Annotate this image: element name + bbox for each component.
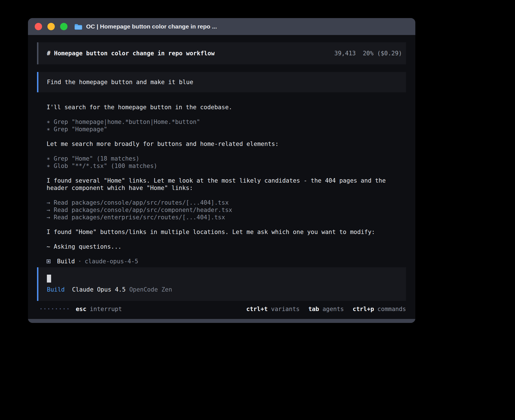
tool-call-line: ∗ Grep "Home" (18 matches)	[47, 155, 406, 162]
session-stats: 39,413 20% ($0.29)	[334, 50, 402, 57]
tool-call-line: ∗ Glob "**/*.tsx" (100 matches)	[47, 162, 406, 170]
shortcut-label: variants	[271, 305, 300, 313]
zoom-button[interactable]	[60, 23, 67, 30]
traffic-lights	[35, 23, 67, 30]
shortcut-agents: tabagents	[308, 305, 344, 313]
text-cursor	[47, 275, 51, 283]
agent-icon	[47, 259, 51, 263]
folder-icon	[74, 23, 82, 30]
esc-key-hint: esc	[76, 305, 86, 313]
tool-call-line: → Read packages/console/app/src/componen…	[47, 206, 406, 214]
minimize-button[interactable]	[47, 23, 55, 30]
agent-status-row: Build · claude-opus-4-5	[37, 258, 406, 265]
provider-name: OpenCode Zen	[129, 286, 172, 293]
window-bottom-edge	[28, 319, 415, 323]
shortcut-key: ctrl+t	[246, 305, 268, 313]
tool-call-block: ∗ Grep "Home" (18 matches)∗ Glob "**/*.t…	[47, 155, 406, 170]
shortcut-key: tab	[308, 305, 319, 313]
token-count: 39,413	[334, 50, 356, 57]
agent-model: claude-opus-4-5	[85, 258, 138, 265]
shortcut-key: ctrl+p	[353, 305, 374, 313]
tool-call-line: ∗ Grep "Homepage"	[47, 126, 406, 133]
session-header: # Homepage button color change in repo w…	[37, 42, 406, 64]
interrupt-label: interrupt	[90, 305, 122, 313]
assistant-text-line: I found several "Home" links. Let me loo…	[47, 177, 406, 192]
assistant-text-block: Let me search more broadly for buttons a…	[47, 140, 406, 148]
assistant-text-line: I found "Home" buttons/links in multiple…	[47, 228, 406, 236]
shortcut-hints: ctrl+tvariantstabagentsctrl+pcommands	[246, 305, 406, 313]
mode-badge: Build	[47, 286, 65, 293]
agent-separator: ·	[78, 258, 82, 265]
user-message: Find the homepage button and make it blu…	[37, 72, 406, 92]
assistant-text-block: I found "Home" buttons/links in multiple…	[47, 228, 406, 236]
progress-dots: ········	[39, 305, 70, 313]
input-meta: Build Claude Opus 4.5 OpenCode Zen	[47, 286, 406, 293]
prompt-input[interactable]: Build Claude Opus 4.5 OpenCode Zen	[37, 267, 406, 301]
tool-call-line: → Read packages/console/app/src/routes/[…	[47, 199, 406, 206]
session-title: # Homepage button color change in repo w…	[47, 50, 215, 57]
close-button[interactable]	[35, 23, 42, 30]
assistant-text-line: ~ Asking questions...	[47, 243, 406, 250]
terminal-content: # Homepage button color change in repo w…	[28, 35, 415, 319]
terminal-window: OC | Homepage button color change in rep…	[28, 18, 415, 323]
shortcut-commands: ctrl+pcommands	[353, 305, 406, 313]
assistant-text-block: I found several "Home" links. Let me loo…	[47, 177, 406, 192]
assistant-text-line: Let me search more broadly for buttons a…	[47, 140, 406, 148]
window-title: OC | Homepage button color change in rep…	[86, 23, 217, 30]
assistant-text-block: I'll search for the homepage button in t…	[47, 104, 406, 111]
shortcut-variants: ctrl+tvariants	[246, 305, 300, 313]
tool-call-line: → Read packages/enterprise/src/routes/[.…	[47, 214, 406, 221]
agent-name: Build	[57, 258, 75, 265]
shortcut-label: agents	[322, 305, 344, 313]
tool-call-block: → Read packages/console/app/src/routes/[…	[47, 199, 406, 221]
assistant-text-block: ~ Asking questions...	[47, 243, 406, 250]
assistant-text-line: I'll search for the homepage button in t…	[47, 104, 406, 111]
conversation: I'll search for the homepage button in t…	[37, 104, 406, 258]
model-name: Claude Opus 4.5	[72, 286, 126, 293]
tool-call-block: ∗ Grep "homepage|home.*button|Home.*butt…	[47, 118, 406, 133]
shortcut-label: commands	[377, 305, 406, 313]
context-usage: 20% ($0.29)	[363, 50, 402, 57]
title-wrap: OC | Homepage button color change in rep…	[74, 23, 217, 30]
tool-call-line: ∗ Grep "homepage|home.*button|Home.*butt…	[47, 118, 406, 126]
status-bar: ········ esc interrupt ctrl+tvariantstab…	[37, 305, 406, 313]
window-titlebar: OC | Homepage button color change in rep…	[28, 18, 415, 35]
user-message-text: Find the homepage button and make it blu…	[47, 78, 193, 86]
